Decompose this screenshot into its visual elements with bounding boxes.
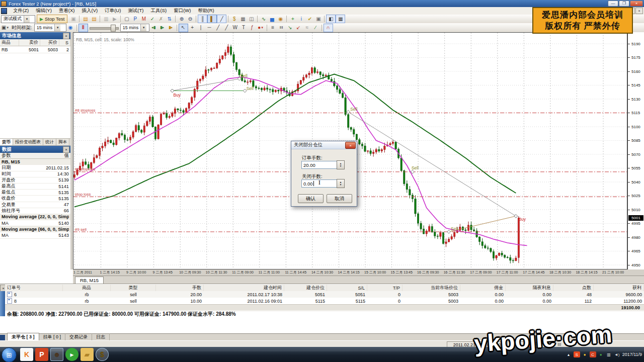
copy-icon[interactable]: ▤ — [81, 15, 90, 23]
close-icon[interactable]: × — [63, 33, 69, 39]
orders-col-10[interactable]: 隔夜利息 — [506, 285, 553, 291]
taskbar-forex-tester-icon[interactable]: $ — [96, 348, 109, 361]
marker-icon[interactable]: M — [139, 15, 148, 23]
market-tab-0[interactable]: 货币 — [0, 139, 13, 145]
line-mode-icon[interactable]: ╱ — [217, 15, 226, 23]
test-mode-dropdown[interactable]: 测试模式 ▼ — [1, 15, 35, 23]
step-back-icon[interactable]: ◂▮ — [149, 24, 158, 32]
start-button[interactable]: ⊞ — [2, 347, 17, 362]
paste-icon[interactable]: ▤ — [90, 15, 98, 23]
wave-tool[interactable]: W — [231, 24, 239, 32]
bottom-tab-0[interactable]: 未平仓 [ 3 ] — [7, 333, 39, 341]
menu-item-5[interactable]: 测试(T) — [124, 7, 147, 15]
orders-col-0[interactable]: 订单号 — [5, 285, 63, 291]
tray-dot-green-icon[interactable]: ● — [598, 351, 604, 357]
tray-dot-yellow-icon[interactable]: ● — [582, 351, 588, 357]
confirm-icon[interactable]: ✔ — [305, 15, 314, 23]
pointer-tool[interactable]: ↖ — [179, 24, 188, 32]
magnet-tool[interactable]: ∩ — [324, 24, 333, 32]
bottom-tab-1[interactable]: 挂单 [ 0 ] — [39, 333, 66, 341]
color-dropdown[interactable]: ●▼ — [257, 24, 265, 32]
text-tool[interactable]: T — [239, 24, 248, 32]
menu-item-2[interactable]: 查看(X) — [55, 7, 78, 15]
duplicate-icon[interactable]: ▥ — [102, 15, 110, 23]
candle-mode-icon[interactable]: ▌ — [207, 15, 217, 23]
info-icon[interactable]: i — [297, 15, 305, 23]
windows-icon[interactable]: ◫ — [247, 15, 256, 23]
speed-dropdown[interactable]: 15 mins ▼ — [120, 24, 149, 32]
step-bar-icon[interactable]: ▮▸ — [167, 24, 175, 32]
arrow-up-tool[interactable]: ↙ — [294, 24, 303, 32]
cross-icon[interactable]: ✗ — [156, 15, 165, 23]
confirm-button[interactable]: 确认 — [298, 194, 324, 203]
market-tab-3[interactable]: 脚本 — [56, 139, 69, 145]
orders-col-6[interactable]: S/L — [327, 285, 367, 291]
bottom-tab-2[interactable]: 交易记录 — [65, 333, 92, 341]
menu-item-4[interactable]: 订单(U) — [101, 7, 124, 15]
order-lots-spinner[interactable]: ▲▼ — [337, 160, 345, 169]
globe-icon[interactable]: ◉ — [66, 24, 75, 32]
menu-item-1[interactable]: 编辑(Y) — [32, 7, 55, 15]
bottom-tab-3[interactable]: 日志 — [92, 333, 110, 341]
pivot-icon[interactable]: P — [131, 15, 139, 23]
taskbar-powerpoint-icon[interactable]: P — [35, 348, 48, 361]
close-button[interactable]: × — [630, 1, 643, 7]
taskbar-avatar-icon[interactable]: ☻ — [50, 348, 63, 361]
orders-col-3[interactable]: 手数 — [156, 285, 204, 291]
sort-icon[interactable]: ⇅ — [165, 15, 174, 23]
tray-sogou-icon[interactable]: S — [574, 351, 580, 357]
money-icon[interactable]: $ — [230, 15, 238, 23]
order-lots-input[interactable]: 20.00 — [301, 161, 339, 169]
note-icon[interactable]: ▢ — [122, 15, 131, 23]
taskbar-k-app-icon[interactable]: K — [20, 348, 33, 361]
orders-col-2[interactable]: 类型 — [111, 285, 156, 291]
market-tab-2[interactable]: 统计 — [43, 139, 56, 145]
crosshair-tool[interactable]: + — [188, 24, 197, 32]
new-chart-icon[interactable]: ▣▼ — [1, 24, 10, 32]
histogram-icon[interactable]: ▅ — [268, 15, 276, 23]
table-row[interactable]: 6rbsell20.002011.02.17 10:38505150510500… — [5, 291, 644, 298]
orders-col-9[interactable]: 佣金 — [460, 285, 506, 291]
step-candle-icon[interactable]: ▮▸ — [158, 24, 167, 32]
orders-col-11[interactable]: 点数 — [553, 285, 594, 291]
open-chart-icon[interactable]: ▣ — [69, 15, 77, 23]
close-icon[interactable]: × — [63, 146, 69, 153]
speed-slider[interactable] — [90, 25, 119, 31]
cancel-button[interactable]: 取消 — [327, 194, 352, 203]
zoom-in-icon[interactable]: ⊕ — [177, 15, 186, 23]
orders-col-8[interactable]: 当前市场价位 — [403, 285, 460, 291]
taskbar-360-browser-icon[interactable]: ▸ — [65, 348, 78, 361]
slider-thumb[interactable] — [111, 25, 116, 32]
add-indicator-icon[interactable]: + — [288, 15, 297, 23]
zoom-out-icon[interactable]: ⊖ — [186, 15, 194, 23]
vlines-tool[interactable]: ‖‖ — [277, 24, 286, 32]
tray-expand-icon[interactable]: ▴ — [566, 351, 572, 357]
bar-mode-icon[interactable]: ║ — [198, 15, 207, 23]
pencil-tool[interactable]: ∕ — [311, 24, 320, 32]
tray-volume-icon[interactable]: ◄) — [614, 351, 620, 357]
menu-item-6[interactable]: 工具(S) — [147, 7, 171, 15]
taskbar-folder-icon[interactable]: ▰ — [80, 348, 94, 361]
check-icon[interactable]: ✓ — [148, 15, 156, 23]
arrow-down-tool[interactable]: ↘ — [286, 24, 294, 32]
price-axis[interactable]: 5190517551605145513051155100508550705055… — [627, 32, 644, 269]
tray-network-icon[interactable]: ▥ — [606, 351, 612, 357]
orders-icon[interactable]: ▦ — [238, 15, 247, 23]
jump-icon[interactable]: ▶ — [110, 15, 119, 23]
trendline-tool[interactable]: ╱ — [214, 24, 222, 32]
indicator-icon[interactable]: ∿ — [259, 15, 268, 23]
mdi-close-button[interactable]: × — [635, 8, 643, 14]
orders-col-7[interactable]: T/P — [367, 285, 403, 291]
channel-tool[interactable]: ≈ — [303, 24, 311, 32]
table-row[interactable]: 8rbsell10.002011.02.16 09:01511551150500… — [5, 298, 644, 305]
ray-tool[interactable]: ╱ — [222, 24, 231, 32]
orders-col-5[interactable]: 建仓价位 — [284, 285, 327, 291]
vertical-line-tool[interactable]: | — [197, 24, 205, 32]
dialog-title-bar[interactable]: 关闭部分仓位 × — [291, 141, 357, 149]
orders-col-4[interactable]: 建仓时间 — [204, 285, 284, 291]
horizontal-line-tool[interactable]: ─ — [205, 24, 214, 32]
layout-icon[interactable]: ◧ — [326, 15, 336, 23]
alert-icon[interactable]: ◉ — [276, 15, 285, 23]
menu-item-0[interactable]: 文件(Z) — [10, 7, 32, 15]
chart-tab[interactable]: RB, M15 — [75, 277, 104, 284]
